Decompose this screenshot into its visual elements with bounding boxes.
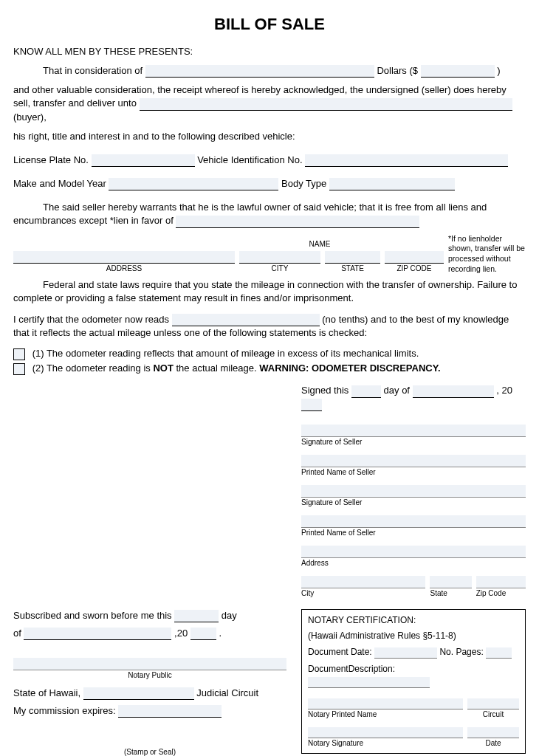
city-field[interactable]	[301, 576, 425, 588]
notary-signature-field[interactable]	[308, 727, 463, 738]
circuit-field[interactable]	[83, 687, 194, 700]
box-date-label: Date	[467, 738, 519, 749]
not-bold: NOT	[153, 362, 173, 374]
text: of	[13, 628, 24, 639]
text: Dollars ($	[377, 65, 420, 76]
license-vin-line: License Plate No. Vehicle Identification…	[13, 154, 526, 167]
text: Signed this	[301, 385, 351, 396]
text: DocumentDescription:	[308, 664, 395, 674]
notary-printed-field[interactable]	[308, 698, 463, 709]
sworn-year-field[interactable]	[190, 628, 216, 640]
sworn-day-field[interactable]	[174, 610, 219, 622]
print-seller-1-label: Printed Name of Seller	[301, 467, 526, 478]
sworn-of-line: of ,20 .	[13, 627, 286, 640]
sig-seller-1-field[interactable]	[301, 425, 526, 437]
zip-label: Zip Code	[476, 588, 526, 599]
sworn-line: Subscribed and sworn before me this day	[13, 609, 286, 622]
text: Judicial Circuit	[196, 687, 258, 698]
city-label: City	[301, 588, 425, 599]
text: ,20	[174, 628, 190, 639]
box-title: NOTARY CERTIFICATION:	[308, 614, 519, 627]
text: the actual mileage.	[174, 362, 259, 374]
commission-line: My commission expires:	[13, 704, 286, 718]
box-date-field[interactable]	[467, 727, 519, 738]
checkbox-1[interactable]	[13, 348, 25, 360]
text: Body Type	[281, 178, 329, 189]
box-circuit-field[interactable]	[467, 698, 519, 709]
lien-state-field[interactable]	[325, 251, 380, 264]
desc-field[interactable]	[308, 677, 430, 688]
lien-name-field[interactable]	[176, 216, 419, 228]
text: (buyer),	[13, 111, 47, 123]
odometer-field[interactable]	[172, 314, 320, 326]
make-field[interactable]	[109, 178, 278, 190]
name-sublabel: NAME	[198, 239, 442, 250]
mileage-law: Federal and state laws require that you …	[13, 278, 526, 305]
address-field[interactable]	[301, 546, 526, 558]
zip-field[interactable]	[476, 576, 526, 588]
text: Vehicle Identification No.	[197, 154, 305, 165]
dollars-field[interactable]	[421, 65, 495, 78]
signed-year-field[interactable]	[301, 399, 322, 411]
sig-seller-2-field[interactable]	[301, 485, 526, 498]
signed-month-field[interactable]	[413, 385, 494, 398]
commission-field[interactable]	[118, 705, 222, 718]
notary-sig-field[interactable]	[13, 658, 286, 670]
consideration-line: That in consideration of Dollars ($ )	[13, 64, 526, 78]
text: License Plate No.	[13, 154, 92, 165]
option-1-text: (1) The odometer reading reflects that a…	[32, 348, 419, 359]
lien-zip-field[interactable]	[385, 251, 444, 264]
state-sublabel: STATE	[325, 264, 380, 274]
warning-bold: WARNING: ODOMETER DISCREPANCY.	[259, 362, 440, 374]
text: No. Pages:	[439, 647, 486, 657]
text: Document Date:	[308, 647, 374, 657]
city-sublabel: CITY	[239, 264, 320, 274]
lien-city-field[interactable]	[239, 251, 320, 264]
lien-address-field[interactable]	[13, 251, 235, 264]
doc-date-field[interactable]	[374, 647, 437, 659]
zip-sublabel: ZIP CODE	[385, 264, 444, 274]
text: Subscribed and sworn before me this	[13, 610, 174, 621]
buyer-field[interactable]	[140, 98, 512, 111]
text: .	[219, 628, 222, 639]
notary-signature-label: Notary Signature	[308, 738, 463, 749]
text: My commission expires:	[13, 705, 118, 716]
option-2-row: (2) The odometer reading is NOT the actu…	[13, 362, 526, 375]
text: (2) The odometer reading is	[32, 362, 154, 374]
signed-line: Signed this day of , 20	[301, 384, 526, 410]
stamp-left: (Stamp or Seal)	[13, 747, 286, 756]
notary-box: NOTARY CERTIFICATION: (Hawaii Administra…	[301, 609, 526, 754]
state-field[interactable]	[430, 576, 471, 588]
vin-field[interactable]	[305, 154, 508, 167]
text: State of Hawaii,	[13, 687, 83, 698]
sworn-month-field[interactable]	[24, 628, 171, 640]
text: I certify that the odometer now reads	[13, 314, 172, 325]
odometer-cert: I certify that the odometer now reads (n…	[13, 313, 526, 340]
print-seller-1-field[interactable]	[301, 455, 526, 467]
checkbox-2[interactable]	[13, 363, 25, 375]
sig-seller-1-label: Signature of Seller	[301, 437, 526, 447]
box-circuit-label: Circuit	[467, 709, 519, 720]
notary-public-label: Notary Public	[13, 670, 286, 681]
intro-line: KNOW ALL MEN BY THESE PRESENTS:	[13, 45, 526, 58]
signed-day-field[interactable]	[351, 385, 381, 398]
consideration-field[interactable]	[145, 65, 374, 78]
option-1-row: (1) The odometer reading reflects that a…	[13, 347, 526, 360]
box-desc-line: DocumentDescription:	[308, 663, 519, 688]
box-rules: (Hawaii Administrative Rules §5-11-8)	[308, 630, 519, 642]
rights-line: his right, title and interest in and to …	[13, 130, 526, 143]
text: )	[497, 65, 500, 76]
text: Make and Model Year	[13, 178, 109, 189]
pages-field[interactable]	[486, 647, 512, 659]
box-date-line: Document Date: No. Pages:	[308, 646, 519, 659]
print-seller-2-label: Printed Name of Seller	[301, 528, 526, 538]
print-seller-2-field[interactable]	[301, 515, 526, 528]
transfer-line: and other valuable consideration, the re…	[13, 83, 526, 124]
text: , 20	[496, 385, 512, 396]
make-body-line: Make and Model Year Body Type	[13, 177, 526, 190]
page-title: BILL OF SALE	[13, 13, 526, 36]
state-label: State	[430, 588, 471, 599]
license-field[interactable]	[92, 154, 195, 167]
body-field[interactable]	[329, 178, 455, 190]
lien-note: *If no lienholder shown, transfer will b…	[444, 234, 526, 275]
